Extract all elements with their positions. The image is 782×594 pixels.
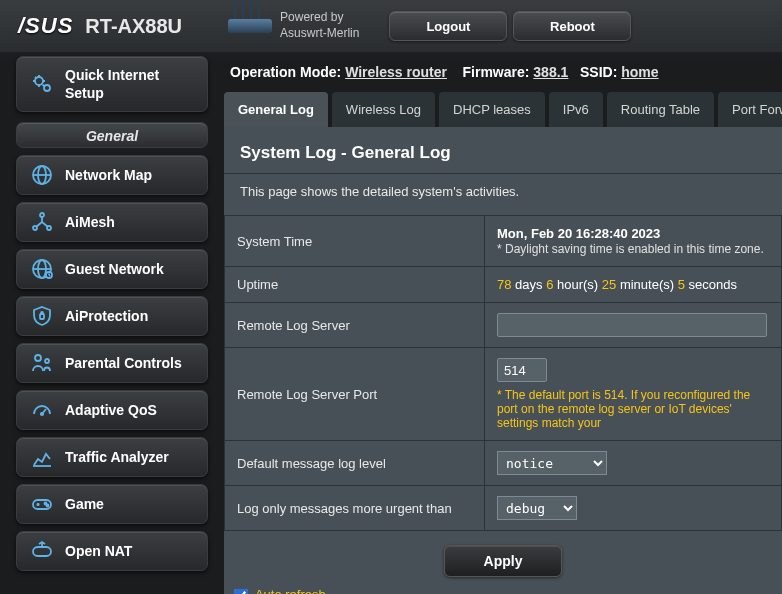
gamepad-icon	[29, 491, 55, 517]
sidebar-item-label: Parental Controls	[65, 355, 182, 371]
sidebar-item-label: Traffic Analyzer	[65, 449, 169, 465]
svg-point-4	[40, 213, 44, 217]
panel: System Log - General Log This page shows…	[224, 127, 782, 594]
svg-rect-17	[33, 547, 51, 556]
tab-port-forwarding[interactable]: Port Forwarding	[718, 92, 782, 127]
sidebar-item-label: AiProtection	[65, 308, 148, 324]
sidebar-item-open-nat[interactable]: Open NAT	[16, 531, 208, 571]
remote-log-server-input[interactable]	[497, 313, 767, 337]
svg-point-12	[45, 359, 49, 363]
gauge-icon	[29, 397, 55, 423]
system-time-note: * Daylight saving time is enabled in thi…	[497, 242, 764, 256]
tab-wireless-log[interactable]: Wireless Log	[332, 92, 435, 127]
sidebar-item-label: AiMesh	[65, 214, 115, 230]
sidebar-item-label: Network Map	[65, 167, 152, 183]
guest-network-icon	[29, 256, 55, 282]
powered-by-line2: Asuswrt-Merlin	[280, 26, 359, 42]
chart-icon	[29, 444, 55, 470]
model-name: RT-AX88U	[85, 15, 182, 38]
header-bar: /SUS RT-AX88U Powered by Asuswrt-Merlin …	[0, 0, 782, 52]
powered-by-line1: Powered by	[280, 10, 359, 26]
sidebar-item-label: Guest Network	[65, 261, 164, 277]
sidebar-section-general: General	[16, 122, 208, 148]
brand-logo: /SUS	[18, 13, 73, 39]
sidebar-item-network-map[interactable]: Network Map	[16, 155, 208, 195]
gears-icon	[29, 71, 55, 97]
tab-bar: General Log Wireless Log DHCP leases IPv…	[224, 92, 782, 127]
panel-title: System Log - General Log	[224, 127, 782, 173]
sidebar-item-traffic-analyzer[interactable]: Traffic Analyzer	[16, 437, 208, 477]
urgent-filter-select[interactable]: debug	[497, 496, 577, 520]
remote-log-port-note: * The default port is 514. If you reconf…	[497, 388, 769, 430]
remote-log-server-label: Remote Log Server	[225, 303, 485, 348]
globe-icon	[29, 162, 55, 188]
parental-controls-icon	[29, 350, 55, 376]
logout-button[interactable]: Logout	[389, 11, 507, 41]
sidebar-item-label: Quick Internet Setup	[65, 66, 185, 102]
default-log-level-select[interactable]: notice	[497, 451, 607, 475]
tab-general-log[interactable]: General Log	[224, 92, 328, 127]
uptime-label: Uptime	[225, 267, 485, 303]
reboot-button[interactable]: Reboot	[513, 11, 631, 41]
sidebar-item-aimesh[interactable]: AiMesh	[16, 202, 208, 242]
sidebar-item-aiprotection[interactable]: AiProtection	[16, 296, 208, 336]
powered-by: Powered by Asuswrt-Merlin	[280, 10, 359, 41]
open-nat-icon	[29, 538, 55, 564]
operation-mode-link[interactable]: Wireless router	[345, 64, 447, 80]
sidebar: Quick Internet Setup General Network Map…	[0, 56, 214, 571]
shield-icon	[29, 303, 55, 329]
default-log-level-label: Default message log level	[225, 441, 485, 486]
auto-refresh-checkbox[interactable]	[234, 589, 248, 594]
router-icon	[228, 19, 272, 33]
svg-rect-10	[40, 314, 44, 319]
settings-table: System Time Mon, Feb 20 16:28:40 2023 * …	[224, 215, 782, 531]
auto-refresh-label[interactable]: Auto refresh	[234, 587, 326, 594]
tab-ipv6[interactable]: IPv6	[549, 92, 603, 127]
sidebar-item-game[interactable]: Game	[16, 484, 208, 524]
operation-mode-label: Operation Mode:	[230, 64, 341, 80]
tab-routing-table[interactable]: Routing Table	[607, 92, 714, 127]
uptime-value: 78 days 6 hour(s) 25 minute(s) 5 seconds	[485, 267, 782, 303]
remote-log-port-input[interactable]	[497, 358, 547, 382]
sidebar-item-label: Open NAT	[65, 543, 132, 559]
sidebar-item-label: Game	[65, 496, 104, 512]
sidebar-item-guest-network[interactable]: Guest Network	[16, 249, 208, 289]
apply-button[interactable]: Apply	[444, 545, 562, 577]
panel-description: This page shows the detailed system's ac…	[224, 174, 782, 215]
ssid-link[interactable]: home	[621, 64, 658, 80]
firmware-link[interactable]: 388.1	[533, 64, 568, 80]
sidebar-item-adaptive-qos[interactable]: Adaptive QoS	[16, 390, 208, 430]
svg-point-13	[41, 413, 43, 415]
system-time-value: Mon, Feb 20 16:28:40 2023	[497, 226, 660, 241]
ssid-label: SSID:	[580, 64, 617, 80]
main-content: General Log Wireless Log DHCP leases IPv…	[224, 92, 782, 594]
urgent-filter-label: Log only messages more urgent than	[225, 486, 485, 531]
sidebar-item-label: Adaptive QoS	[65, 402, 157, 418]
system-time-label: System Time	[225, 216, 485, 267]
mesh-icon	[29, 209, 55, 235]
remote-log-port-label: Remote Log Server Port	[225, 348, 485, 441]
firmware-label: Firmware:	[463, 64, 530, 80]
svg-point-11	[35, 355, 41, 361]
tab-dhcp-leases[interactable]: DHCP leases	[439, 92, 545, 127]
quick-internet-setup-button[interactable]: Quick Internet Setup	[16, 56, 208, 112]
svg-point-1	[44, 85, 50, 91]
svg-point-16	[47, 505, 49, 507]
sidebar-item-parental-controls[interactable]: Parental Controls	[16, 343, 208, 383]
